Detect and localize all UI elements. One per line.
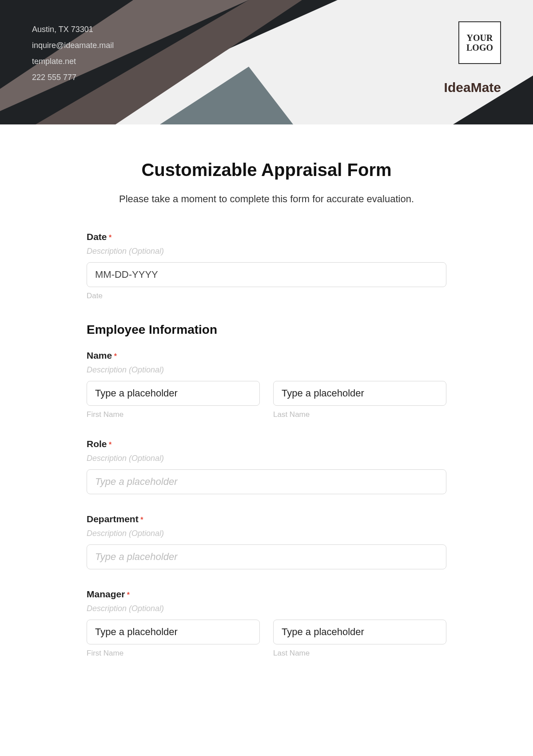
last-name-input[interactable]: Type a placeholder (273, 381, 446, 406)
field-date: Date * Description (Optional) MM-DD-YYYY… (87, 232, 446, 300)
manager-label: Manager (87, 589, 125, 599)
address-line: Austin, TX 73301 (32, 21, 114, 37)
logo-placeholder: YOUR LOGO (458, 21, 501, 64)
manager-first-name-sublabel: First Name (87, 649, 260, 658)
field-name: Name * Description (Optional) Type a pla… (87, 350, 446, 419)
first-name-input[interactable]: Type a placeholder (87, 381, 260, 406)
field-department: Department * Description (Optional) Type… (87, 514, 446, 569)
role-input[interactable]: Type a placeholder (87, 469, 446, 494)
email-line: inquire@ideamate.mail (32, 37, 114, 53)
date-description: Description (Optional) (87, 247, 446, 256)
first-name-sublabel: First Name (87, 410, 260, 419)
date-label: Date (87, 232, 107, 242)
required-marker: * (109, 441, 111, 448)
date-input[interactable]: MM-DD-YYYY (87, 262, 446, 287)
form-title: Customizable Appraisal Form (87, 160, 446, 180)
role-description: Description (Optional) (87, 454, 446, 463)
department-input[interactable]: Type a placeholder (87, 544, 446, 569)
manager-description: Description (Optional) (87, 604, 446, 613)
phone-line: 222 555 777 (32, 69, 114, 85)
form-subtitle: Please take a moment to complete this fo… (87, 193, 446, 205)
field-role: Role * Description (Optional) Type a pla… (87, 439, 446, 494)
field-manager: Manager * Description (Optional) Type a … (87, 589, 446, 658)
name-description: Description (Optional) (87, 365, 446, 375)
role-label: Role (87, 439, 107, 449)
required-marker: * (109, 234, 111, 241)
department-description: Description (Optional) (87, 529, 446, 538)
required-marker: * (114, 352, 117, 360)
date-sublabel: Date (87, 292, 446, 300)
department-label: Department (87, 514, 139, 524)
contact-block: Austin, TX 73301 inquire@ideamate.mail t… (32, 21, 114, 85)
section-employee-info: Employee Information (87, 323, 446, 337)
name-label: Name (87, 350, 112, 360)
manager-first-name-input[interactable]: Type a placeholder (87, 620, 260, 644)
manager-last-name-sublabel: Last Name (273, 649, 446, 658)
logo-text: YOUR LOGO (459, 33, 500, 52)
required-marker: * (140, 516, 143, 524)
brand-name: IdeaMate (444, 80, 501, 95)
form-container: Customizable Appraisal Form Please take … (60, 124, 473, 695)
required-marker: * (127, 591, 130, 599)
manager-last-name-input[interactable]: Type a placeholder (273, 620, 446, 644)
letterhead-header: Austin, TX 73301 inquire@ideamate.mail t… (0, 0, 533, 124)
site-line: template.net (32, 53, 114, 69)
last-name-sublabel: Last Name (273, 410, 446, 419)
